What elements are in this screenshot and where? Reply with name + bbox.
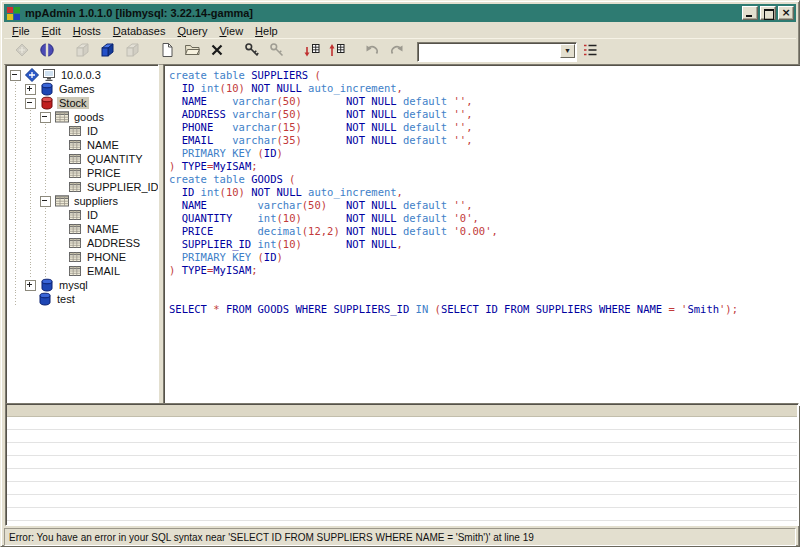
tree-item-label[interactable]: QUANTITY xyxy=(85,153,145,165)
status-error-text: Error: You have an error in your SQL syn… xyxy=(9,532,534,543)
tree-guide xyxy=(39,250,54,264)
tree-item-label[interactable]: ID xyxy=(85,209,100,221)
sql-editor[interactable]: create table SUPPLIERS ( ID int(10) NOT … xyxy=(163,64,800,406)
tree-guide xyxy=(39,236,54,250)
disconnect-button[interactable] xyxy=(35,41,58,62)
tree-item-label[interactable]: NAME xyxy=(85,139,121,151)
editor-line: PRIMARY KEY (ID) xyxy=(169,147,800,160)
run-query-button[interactable] xyxy=(240,41,263,62)
tree-guide xyxy=(9,180,24,194)
tree-guide xyxy=(39,208,54,222)
editor-line: ) TYPE=MyISAM; xyxy=(169,160,800,173)
select-database-icon xyxy=(99,42,115,61)
collapse-minus-icon[interactable] xyxy=(40,196,51,207)
menu-view[interactable]: View xyxy=(214,24,250,38)
new-query-button[interactable] xyxy=(155,41,178,62)
tree-item-address[interactable]: ADDRESS xyxy=(6,236,158,250)
editor-line: ) TYPE=MyISAM; xyxy=(169,264,800,277)
editor-line xyxy=(169,277,800,290)
tree-item-id[interactable]: ID xyxy=(6,208,158,222)
editor-line: PRIMARY KEY (ID) xyxy=(169,251,800,264)
tree-item-10-0-0-3[interactable]: 10.0.0.3 xyxy=(6,68,158,82)
open-query-icon xyxy=(184,42,200,61)
tree-item-phone[interactable]: PHONE xyxy=(6,250,158,264)
tree-guide xyxy=(24,222,39,236)
drop-database-icon xyxy=(124,42,140,61)
tree-item-label[interactable]: mysql xyxy=(57,279,90,291)
tree-item-label[interactable]: Games xyxy=(57,83,96,95)
collapse-minus-icon[interactable] xyxy=(40,112,51,123)
database-combobox[interactable]: ▼ xyxy=(417,42,577,62)
tree-item-label[interactable]: ADDRESS xyxy=(85,237,142,249)
app-icon xyxy=(7,7,20,20)
status-bar: Error: You have an error in your SQL syn… xyxy=(4,528,796,546)
tree-guide xyxy=(39,138,54,152)
export-data-button[interactable] xyxy=(300,41,323,62)
undo-icon xyxy=(364,42,380,61)
row-limit-button[interactable] xyxy=(578,41,601,62)
tree-item-label[interactable]: 10.0.0.3 xyxy=(59,69,103,81)
tree-item-label[interactable]: PHONE xyxy=(85,251,128,263)
tree-guide xyxy=(39,124,54,138)
column-icon xyxy=(68,138,82,152)
menu-help[interactable]: Help xyxy=(250,24,285,38)
tree-guide xyxy=(9,152,24,166)
select-database-button[interactable] xyxy=(95,41,118,62)
tree-item-mysql[interactable]: mysql xyxy=(6,278,158,292)
run-selection-button xyxy=(265,41,288,62)
tree-guide xyxy=(39,166,54,180)
import-data-icon xyxy=(329,42,345,61)
menu-file[interactable]: File xyxy=(7,24,37,38)
maximize-icon xyxy=(764,9,774,20)
tree-item-name[interactable]: NAME xyxy=(6,222,158,236)
minimize-icon xyxy=(746,15,752,17)
tree-guide xyxy=(24,110,39,124)
expand-plus-icon[interactable] xyxy=(25,280,36,291)
minimize-button[interactable] xyxy=(742,6,758,20)
connect-button xyxy=(10,41,33,62)
open-query-button[interactable] xyxy=(180,41,203,62)
tree-item-suppliers[interactable]: suppliers xyxy=(6,194,158,208)
collapse-minus-icon[interactable] xyxy=(10,70,21,81)
database-combobox-value[interactable] xyxy=(418,43,559,61)
tree-item-supplier-id[interactable]: SUPPLIER_ID xyxy=(6,180,158,194)
maximize-button[interactable] xyxy=(760,6,776,20)
menu-databases[interactable]: Databases xyxy=(108,24,173,38)
menu-query[interactable]: Query xyxy=(172,24,214,38)
combobox-dropdown-button[interactable]: ▼ xyxy=(560,44,575,58)
tree-item-label[interactable]: SUPPLIER_ID xyxy=(85,181,159,193)
tree-item-label[interactable]: EMAIL xyxy=(85,265,122,277)
tree-item-label[interactable]: test xyxy=(55,293,77,305)
tree-item-price[interactable]: PRICE xyxy=(6,166,158,180)
import-data-button[interactable] xyxy=(325,41,348,62)
tree-item-email[interactable]: EMAIL xyxy=(6,264,158,278)
close-button[interactable]: × xyxy=(778,6,794,20)
tree-item-stock[interactable]: Stock xyxy=(6,96,158,110)
delete-query-button[interactable] xyxy=(205,41,228,62)
menu-edit[interactable]: Edit xyxy=(37,24,68,38)
tree-item-label[interactable]: Stock xyxy=(57,97,89,109)
tree-item-label[interactable]: ID xyxy=(85,125,100,137)
host-icon xyxy=(42,68,56,82)
tree-guide xyxy=(9,124,24,138)
tree-item-label[interactable]: PRICE xyxy=(85,167,123,179)
tree-item-goods[interactable]: goods xyxy=(6,110,158,124)
tree-item-label[interactable]: goods xyxy=(72,111,106,123)
collapse-minus-icon[interactable] xyxy=(25,98,36,109)
expand-plus-icon[interactable] xyxy=(25,84,36,95)
tree-item-games[interactable]: Games xyxy=(6,82,158,96)
connect-icon xyxy=(14,42,30,61)
tree-item-test[interactable]: test xyxy=(6,292,158,306)
editor-line: SELECT * FROM GOODS WHERE SUPPLIERS_ID I… xyxy=(169,303,800,316)
tree-item-quantity[interactable]: QUANTITY xyxy=(6,152,158,166)
tree-item-name[interactable]: NAME xyxy=(6,138,158,152)
tree-item-label[interactable]: suppliers xyxy=(72,195,120,207)
column-icon xyxy=(68,180,82,194)
tree-item-id[interactable]: ID xyxy=(6,124,158,138)
menu-hosts[interactable]: Hosts xyxy=(68,24,108,38)
database-red-icon xyxy=(40,96,54,110)
results-grid[interactable] xyxy=(7,417,797,524)
editor-line: create table SUPPLIERS ( xyxy=(169,69,800,82)
tree-item-label[interactable]: NAME xyxy=(85,223,121,235)
undo-button xyxy=(360,41,383,62)
